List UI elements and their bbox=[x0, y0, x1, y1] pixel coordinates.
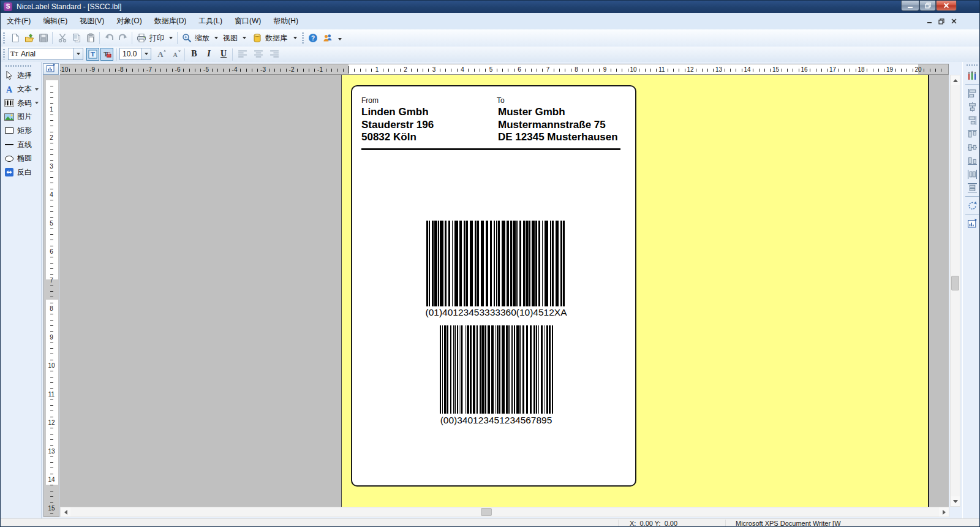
printer-font-toggle[interactable]: T bbox=[100, 48, 113, 61]
title-bar[interactable]: S NiceLabel Standard - [SSCC.lbl] bbox=[1, 1, 980, 13]
align-toolbar-grip[interactable] bbox=[967, 64, 978, 66]
italic-button[interactable]: I bbox=[202, 47, 216, 61]
bold-button[interactable]: B bbox=[187, 47, 201, 61]
view-dropdown-arrow[interactable] bbox=[243, 37, 246, 39]
toolbar-grip[interactable] bbox=[3, 32, 5, 44]
ruler-corner-button[interactable] bbox=[43, 63, 59, 75]
toolbox-item-3[interactable]: 图片 bbox=[4, 111, 32, 123]
database-button[interactable]: 数据库 bbox=[265, 29, 287, 47]
toolbox-item-0[interactable]: 选择 bbox=[4, 69, 32, 82]
zoom-window-button[interactable] bbox=[966, 217, 978, 229]
from-address-block[interactable]: Linden GmbhStauderstr 19650832 Köln bbox=[361, 106, 434, 144]
toolbox-item-5[interactable]: 直线 bbox=[4, 138, 32, 151]
from-caption[interactable]: From bbox=[361, 96, 379, 105]
ruler-number: -7 bbox=[146, 64, 152, 75]
align-bottom-button[interactable] bbox=[966, 154, 978, 167]
underline-button[interactable]: U bbox=[217, 47, 230, 61]
toolbox-item-1[interactable]: A文本 bbox=[4, 83, 39, 96]
menu-item-2[interactable]: 视图(V) bbox=[74, 15, 110, 28]
copy-button[interactable] bbox=[70, 31, 83, 45]
doc-close-button[interactable] bbox=[949, 17, 959, 26]
toolbar-grip[interactable] bbox=[302, 32, 304, 44]
toolbar-overflow-arrow[interactable] bbox=[338, 38, 342, 40]
zoom-dropdown-arrow[interactable] bbox=[214, 37, 218, 39]
toolbox-item-4[interactable]: 矩形 bbox=[4, 124, 32, 137]
horizontal-scrollbar[interactable] bbox=[60, 507, 949, 517]
horizontal-line-object[interactable] bbox=[361, 148, 620, 150]
align-right-text-button[interactable] bbox=[268, 47, 281, 61]
menu-item-4[interactable]: 数据库(D) bbox=[148, 15, 193, 28]
align-top-button[interactable] bbox=[966, 127, 978, 140]
menu-item-6[interactable]: 窗口(W) bbox=[228, 15, 267, 28]
restore-button[interactable] bbox=[919, 1, 936, 11]
view-button[interactable]: 视图 bbox=[223, 29, 238, 47]
align-middle-v-button[interactable] bbox=[966, 141, 978, 153]
zoom-icon-button[interactable] bbox=[180, 31, 194, 45]
toolbox-item-7[interactable]: 反白 bbox=[4, 166, 32, 178]
toolbox-grip[interactable] bbox=[6, 65, 32, 67]
menu-item-5[interactable]: 工具(L) bbox=[192, 15, 228, 28]
to-address-block[interactable]: Muster GmbhMustermannstraße 75DE 12345 M… bbox=[498, 106, 618, 144]
ellipse-icon bbox=[4, 154, 14, 164]
menu-item-0[interactable]: 文件(F) bbox=[1, 15, 37, 28]
decrease-font-button[interactable]: A bbox=[170, 47, 183, 61]
scroll-up-button[interactable] bbox=[951, 75, 960, 85]
ruler-tick bbox=[423, 69, 423, 72]
align-right-button[interactable] bbox=[966, 114, 978, 126]
horizontal-scroll-thumb[interactable] bbox=[481, 508, 492, 516]
toolbox-dropdown-arrow[interactable] bbox=[35, 88, 39, 91]
align-center-h-button[interactable] bbox=[966, 100, 978, 113]
font-family-combo[interactable]: TT Arial bbox=[8, 48, 83, 60]
toolbox-dropdown-arrow[interactable] bbox=[35, 102, 39, 104]
undo-button[interactable] bbox=[102, 31, 116, 45]
users-button[interactable] bbox=[321, 31, 334, 45]
scroll-down-button[interactable] bbox=[951, 496, 960, 506]
rotate-button[interactable] bbox=[966, 199, 978, 211]
zoom-button[interactable]: 缩放 bbox=[195, 29, 209, 47]
open-button[interactable] bbox=[23, 31, 36, 45]
scroll-right-button[interactable] bbox=[939, 507, 949, 517]
menu-item-3[interactable]: 对象(O) bbox=[110, 15, 148, 28]
close-button[interactable] bbox=[936, 1, 957, 11]
distribute-h-button[interactable] bbox=[966, 168, 978, 180]
database-icon-button[interactable] bbox=[251, 31, 264, 45]
help-button[interactable]: ? bbox=[306, 31, 320, 45]
font-family-dropdown[interactable] bbox=[73, 48, 83, 59]
barcode-ean128-1[interactable] bbox=[426, 221, 565, 306]
save-button[interactable] bbox=[37, 31, 50, 45]
text-properties-toggle[interactable]: T bbox=[86, 48, 99, 61]
vertical-scroll-thumb[interactable] bbox=[951, 276, 959, 290]
font-size-dropdown[interactable] bbox=[141, 48, 151, 59]
new-document-button[interactable] bbox=[9, 31, 22, 45]
pens-button[interactable] bbox=[966, 69, 978, 82]
ruler-tick bbox=[297, 69, 298, 72]
cut-button[interactable] bbox=[56, 31, 69, 45]
font-size-combo[interactable]: 10.0 bbox=[119, 48, 151, 60]
align-left-button[interactable] bbox=[966, 87, 978, 99]
print-button[interactable]: 打印 bbox=[149, 29, 164, 47]
doc-minimize-button[interactable] bbox=[924, 17, 934, 26]
vertical-scrollbar[interactable] bbox=[950, 75, 960, 507]
toolbox-item-6[interactable]: 椭圆 bbox=[4, 153, 32, 165]
toolbox-item-2[interactable]: 条码 bbox=[4, 97, 39, 109]
distribute-v-button[interactable] bbox=[966, 181, 978, 194]
ruler-tick bbox=[50, 126, 53, 126]
increase-font-button[interactable]: A bbox=[155, 47, 168, 61]
toolbar-grip[interactable] bbox=[3, 49, 5, 59]
scroll-left-button[interactable] bbox=[61, 507, 70, 517]
menu-item-1[interactable]: 编辑(E) bbox=[37, 15, 74, 28]
redo-button[interactable] bbox=[116, 31, 130, 45]
paste-button[interactable] bbox=[84, 31, 97, 45]
design-canvas[interactable]: From Linden GmbhStauderstr 19650832 Köln… bbox=[60, 75, 949, 507]
menu-item-7[interactable]: 帮助(H) bbox=[267, 15, 304, 28]
align-left-text-button[interactable] bbox=[236, 47, 249, 61]
print-dropdown-arrow[interactable] bbox=[169, 37, 173, 39]
barcode-ean128-2[interactable] bbox=[440, 325, 553, 414]
to-caption[interactable]: To bbox=[497, 96, 505, 105]
minimize-button[interactable] bbox=[901, 1, 919, 11]
align-center-text-button[interactable] bbox=[252, 47, 265, 61]
label-design-area[interactable]: From Linden GmbhStauderstr 19650832 Köln… bbox=[351, 85, 636, 487]
database-dropdown-arrow[interactable] bbox=[293, 37, 297, 39]
print-icon-button[interactable] bbox=[135, 31, 148, 45]
doc-restore-button[interactable] bbox=[937, 17, 946, 26]
